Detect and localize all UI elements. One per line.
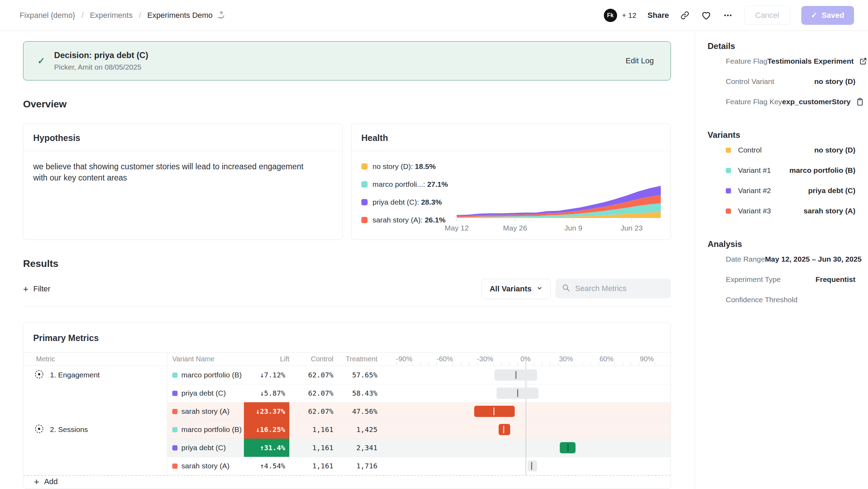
variant-value: no story (D) xyxy=(814,146,855,154)
variant-name: marco portfolio (B) xyxy=(181,420,242,439)
cancel-button[interactable]: Cancel xyxy=(744,6,790,25)
legend-label: priya debt (C): 28.3% xyxy=(372,198,442,206)
more-options-icon[interactable] xyxy=(723,10,733,21)
legend-label: sarah story (A): 26.1% xyxy=(372,216,446,224)
primary-metrics-card: Primary Metrics Metric Variant Name Lift… xyxy=(23,322,671,489)
treatment-value: 57.65% xyxy=(335,366,377,384)
zero-axis-line xyxy=(526,358,526,366)
legend-label: marco portfoli...: 27.1% xyxy=(372,180,448,189)
x-tick-label: May 26 xyxy=(503,224,527,232)
add-metric-button[interactable]: + Add xyxy=(23,475,671,488)
avatar[interactable]: Fk xyxy=(604,9,617,22)
axis-tick-label: 30% xyxy=(550,355,582,363)
page-title: Experiments Demo xyxy=(147,11,213,20)
breadcrumb-project[interactable]: Fixpanel {demo} xyxy=(20,11,75,20)
variant-rows: Controlno story (D)Variant #1marco portf… xyxy=(708,140,855,221)
variant-label: Control xyxy=(738,146,762,154)
axis-minor-tick xyxy=(558,362,558,366)
axis-minor-tick xyxy=(461,362,461,366)
metric-row[interactable]: 2. Sessionsmarco portfolio (B)↓16.25%1,1… xyxy=(23,420,671,439)
metric-row[interactable]: sarah story (A)↑4.54%1,1611,716 xyxy=(23,457,671,475)
topbar-actions: Fk + 12 Share Cancel ✓ Saved xyxy=(604,6,854,25)
row-separator xyxy=(167,420,671,421)
detail-value: exp_customerStory xyxy=(782,98,851,106)
control-value: 62.07% xyxy=(291,402,333,420)
variant-name: priya debt (C) xyxy=(181,439,226,457)
collaborator-count[interactable]: + 12 xyxy=(622,11,636,20)
control-value: 62.07% xyxy=(291,384,333,402)
microscope-icon xyxy=(216,10,225,21)
link-icon[interactable] xyxy=(680,10,690,20)
lift-point-marker xyxy=(515,371,516,379)
results-toolbar: + Filter All Variants xyxy=(23,279,671,299)
share-button[interactable]: Share xyxy=(648,11,669,20)
metric-row[interactable]: priya debt (C)↑31.4%1,1612,341 xyxy=(23,439,671,457)
favorite-heart-icon[interactable] xyxy=(701,10,711,21)
axis-minor-tick xyxy=(453,362,453,366)
clipboard-icon[interactable] xyxy=(855,97,865,106)
treatment-value: 2,341 xyxy=(335,439,377,457)
add-filter-button[interactable]: + Filter xyxy=(23,284,50,293)
variant-name: priya debt (C) xyxy=(181,384,226,402)
metrics-search[interactable] xyxy=(556,279,671,298)
variant-name: marco portfolio (B) xyxy=(181,366,242,384)
control-value: 1,161 xyxy=(291,457,333,475)
variant-row: Controlno story (D) xyxy=(708,140,855,160)
table-body: 1. Engagementmarco portfolio (B)↓7.12%62… xyxy=(23,366,671,475)
axis-minor-tick xyxy=(574,362,574,366)
row-highlight xyxy=(167,439,671,457)
edit-log-button[interactable]: Edit Log xyxy=(625,56,654,65)
breadcrumb-experiments[interactable]: Experiments xyxy=(90,11,132,20)
external-link-icon[interactable] xyxy=(859,57,868,66)
axis-minor-tick xyxy=(550,362,550,366)
axis-minor-tick xyxy=(590,362,591,366)
axis-minor-tick xyxy=(598,362,599,366)
table-header: Metric Variant Name Lift Control Treatme… xyxy=(23,352,671,366)
metric-row[interactable]: priya debt (C)↓5.87%62.07%58.43% xyxy=(23,384,671,402)
legend-item: marco portfoli...: 27.1% xyxy=(361,180,448,189)
treatment-value: 1,425 xyxy=(335,420,377,439)
variant-name: sarah story (A) xyxy=(181,457,230,475)
saved-button[interactable]: ✓ Saved xyxy=(801,6,854,25)
results-heading: Results xyxy=(23,258,695,270)
variant-value: sarah story (A) xyxy=(804,207,855,215)
decision-subtitle: Picker, Amit on 08/05/2025 xyxy=(54,63,148,71)
breadcrumb: Fixpanel {demo} / Experiments / Experime… xyxy=(20,10,225,21)
variant-swatch xyxy=(172,373,178,378)
column-header-metric: Metric xyxy=(36,355,55,363)
detail-row: Control Variantno story (D) xyxy=(708,71,855,92)
variant-label: Variant #1 xyxy=(738,166,771,175)
axis-minor-tick xyxy=(509,362,510,366)
legend-swatch xyxy=(361,163,368,170)
variant-swatch xyxy=(726,188,731,193)
axis-minor-tick xyxy=(655,362,655,366)
variant-swatch xyxy=(172,463,178,469)
metric-row[interactable]: sarah story (A)↓23.37%62.07%47.56% xyxy=(23,402,671,420)
analysis-rows: Date RangeMay 12, 2025 – Jun 30, 2025Exp… xyxy=(708,249,855,310)
metric-row[interactable]: 1. Engagementmarco portfolio (B)↓7.12%62… xyxy=(23,366,671,384)
axis-tick-label: 60% xyxy=(591,355,622,363)
variants-dropdown[interactable]: All Variants xyxy=(482,279,551,299)
lift-value: ↑31.4% xyxy=(244,439,289,457)
column-divider xyxy=(167,353,167,366)
detail-label: Feature Flag Key xyxy=(726,98,782,106)
axis-tick-label: -30% xyxy=(469,355,501,363)
detail-value: Testimonials Experiment xyxy=(767,57,854,65)
variant-label: Variant #3 xyxy=(738,207,771,215)
search-icon xyxy=(562,284,570,293)
axis-minor-tick xyxy=(501,362,502,366)
column-header-control: Control xyxy=(291,355,333,363)
variant-swatch xyxy=(726,168,731,173)
search-input[interactable] xyxy=(574,284,665,293)
axis-tick-label: -90% xyxy=(389,355,420,363)
x-tick-label: May 12 xyxy=(445,224,469,232)
check-icon: ✓ xyxy=(811,11,817,20)
axis-minor-tick xyxy=(518,362,518,366)
confidence-interval-bar xyxy=(528,460,537,472)
decision-text: Decision: priya debt (C) Picker, Amit on… xyxy=(54,50,148,71)
axis-minor-tick xyxy=(631,362,631,366)
hypothesis-body: we believe that showing customer stories… xyxy=(23,151,316,193)
chevron-down-icon xyxy=(536,284,543,293)
axis-minor-tick xyxy=(534,362,534,366)
variant-swatch xyxy=(172,391,178,396)
